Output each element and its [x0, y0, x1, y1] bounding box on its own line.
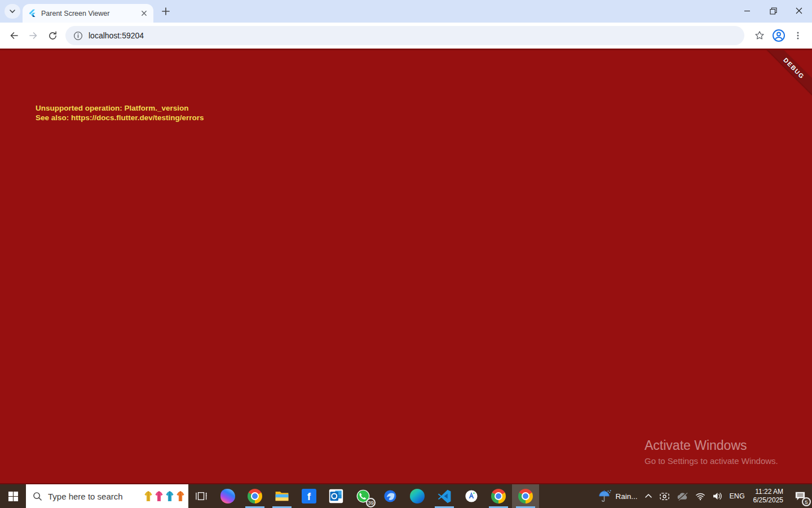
taskbar-app-facebook[interactable]: f — [295, 484, 323, 508]
address-bar[interactable]: localhost:59204 — [65, 26, 744, 45]
back-button[interactable] — [5, 26, 24, 45]
umbrella-rain-icon — [598, 489, 611, 503]
copilot-icon — [220, 489, 235, 503]
error-line-1: Unsupported operation: Platform._version — [36, 104, 204, 113]
flutter-favicon-icon — [28, 9, 37, 17]
activate-windows-subtitle: Go to Settings to activate Windows. — [645, 456, 778, 466]
robe-yellow-icon — [144, 490, 153, 502]
search-icon — [33, 492, 42, 501]
minimize-button[interactable] — [734, 0, 760, 21]
volume-icon — [712, 492, 723, 501]
whatsapp-badge: 39 — [366, 498, 376, 507]
minimize-icon — [744, 7, 751, 14]
clock[interactable]: 11:22 AM 6/25/2025 — [748, 484, 788, 508]
search-highlight-icons[interactable] — [144, 490, 185, 502]
language-label: ENG — [730, 492, 745, 500]
chevron-up-icon — [645, 492, 652, 500]
vscode-icon — [437, 489, 452, 503]
weather-label: Rain... — [615, 492, 637, 501]
windows-logo-icon — [8, 491, 19, 502]
back-arrow-icon — [9, 30, 19, 41]
taskbar-app-whatsapp[interactable]: 39 — [350, 484, 377, 508]
profile-avatar-icon — [772, 29, 785, 42]
browser-toolbar: localhost:59204 — [0, 23, 812, 49]
flutter-error-page: Unsupported operation: Platform._version… — [0, 49, 812, 484]
android-studio-icon — [464, 489, 479, 503]
error-line-2: See also: https://docs.flutter.dev/testi… — [36, 113, 204, 123]
close-icon — [141, 10, 147, 16]
clock-time: 11:22 AM — [755, 488, 783, 496]
facebook-icon: f — [302, 489, 316, 503]
language-indicator[interactable]: ENG — [726, 484, 748, 508]
taskbar-app-thunderbird[interactable] — [377, 484, 404, 508]
file-explorer-icon — [275, 489, 289, 503]
taskbar-app-copilot[interactable] — [214, 484, 241, 508]
close-icon — [796, 7, 802, 14]
notification-badge: 5 — [802, 497, 811, 506]
robe-teal-icon — [165, 490, 174, 502]
forward-button[interactable] — [24, 26, 43, 45]
action-center-button[interactable]: 5 — [788, 484, 812, 508]
close-window-button[interactable] — [786, 0, 812, 21]
tray-overflow-button[interactable] — [641, 484, 656, 508]
desktop-screen: Parent Screen Viewer — [0, 0, 812, 508]
browser-tab[interactable]: Parent Screen Viewer — [23, 4, 153, 23]
reload-button[interactable] — [43, 26, 62, 45]
url-text[interactable]: localhost:59204 — [89, 31, 144, 40]
wifi-icon — [695, 492, 705, 501]
chevron-down-icon — [9, 8, 16, 15]
chrome-icon — [491, 489, 506, 503]
tab-title: Parent Screen Viewer — [41, 10, 139, 17]
chrome-icon — [518, 489, 533, 503]
restore-icon — [770, 7, 777, 15]
browser-tab-strip: Parent Screen Viewer — [0, 0, 812, 23]
debug-banner: DEBUG — [762, 50, 812, 100]
taskbar-app-edge[interactable] — [404, 484, 431, 508]
tab-close-button[interactable] — [139, 8, 149, 19]
outlook-icon — [329, 489, 343, 503]
browser-menu-button[interactable] — [788, 26, 807, 45]
error-message: Unsupported operation: Platform._version… — [36, 104, 204, 122]
taskbar-app-outlook[interactable] — [323, 484, 350, 508]
activate-windows-watermark: Activate Windows Go to Settings to activ… — [645, 438, 778, 466]
search-input[interactable] — [48, 492, 144, 501]
chrome-icon — [248, 489, 262, 503]
task-view-button[interactable] — [188, 484, 214, 508]
taskbar-app-android-studio[interactable] — [458, 484, 485, 508]
new-tab-button[interactable] — [158, 3, 174, 19]
activate-windows-title: Activate Windows — [645, 438, 778, 453]
onedrive-tray-button[interactable] — [673, 484, 692, 508]
taskbar: f 39 — [0, 484, 812, 508]
wifi-tray-button[interactable] — [692, 484, 709, 508]
maximize-button[interactable] — [760, 0, 786, 21]
taskbar-spacer — [539, 484, 594, 508]
bookmark-button[interactable] — [750, 26, 769, 45]
clock-date: 6/25/2025 — [753, 496, 783, 505]
taskbar-app-chrome-2[interactable] — [485, 484, 512, 508]
debug-banner-wrap: DEBUG — [756, 50, 812, 107]
task-view-icon — [195, 491, 208, 502]
screen-cast-tray-button[interactable] — [656, 484, 673, 508]
robe-orange-icon — [176, 490, 185, 502]
taskbar-app-chrome-1[interactable] — [241, 484, 268, 508]
reload-icon — [48, 31, 58, 41]
thunderbird-icon — [383, 489, 398, 503]
start-button[interactable] — [0, 484, 26, 508]
volume-tray-button[interactable] — [709, 484, 726, 508]
weather-widget[interactable]: Rain... — [594, 484, 641, 508]
star-icon — [754, 30, 765, 41]
robe-pink-icon — [155, 490, 164, 502]
edge-icon — [410, 489, 425, 503]
screen-cast-icon — [659, 492, 670, 501]
tab-search-button[interactable] — [5, 4, 20, 19]
taskbar-app-chrome-active[interactable] — [512, 484, 539, 508]
plus-icon — [162, 7, 170, 15]
three-dot-menu-icon — [793, 31, 802, 40]
site-info-icon[interactable] — [73, 31, 83, 41]
taskbar-app-file-explorer[interactable] — [268, 484, 295, 508]
taskbar-app-vscode[interactable] — [431, 484, 458, 508]
cloud-offline-icon — [677, 492, 689, 501]
profile-button[interactable] — [769, 26, 788, 45]
forward-arrow-icon — [28, 30, 38, 41]
taskbar-search[interactable] — [26, 484, 188, 508]
